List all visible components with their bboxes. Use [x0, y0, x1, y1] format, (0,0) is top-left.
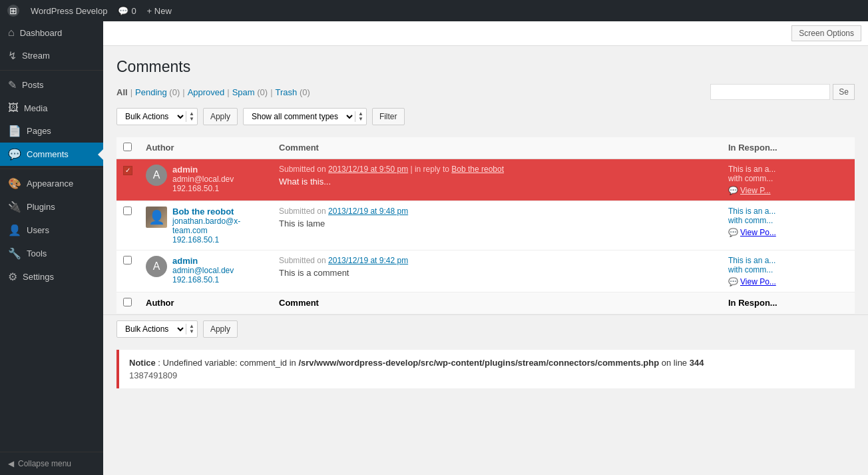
sidebar-divider-2	[0, 169, 103, 169]
comment-date-c2[interactable]: 2013/12/19 at 9:48 pm	[328, 207, 408, 216]
author-ip-c2[interactable]: 192.168.50.1	[172, 235, 266, 244]
site-name[interactable]: WordPress Develop	[31, 6, 107, 16]
comment-type-select[interactable]: Show all comment types	[244, 109, 355, 125]
users-icon: 👤	[8, 224, 21, 237]
pages-icon: 📄	[8, 125, 21, 137]
apply-button-top[interactable]: Apply	[203, 108, 238, 125]
filter-pending[interactable]: Pending (0)	[135, 87, 180, 97]
table-row: ✓ A admin admin@local.dev 192.168.50	[116, 159, 855, 201]
comment-date-c3[interactable]: 2013/12/19 at 9:42 pm	[328, 256, 408, 265]
col-footer-author: Author	[139, 292, 272, 314]
author-name-c1[interactable]: admin	[172, 165, 234, 175]
sidebar-label-comments: Comments	[27, 149, 69, 159]
sidebar-item-stream[interactable]: ↯ Stream	[0, 44, 103, 67]
bulk-actions-select-bottom[interactable]: Bulk Actions	[117, 321, 186, 337]
response-text-c2: This is an a...with comm...	[728, 207, 848, 225]
filter-approved[interactable]: Approved	[188, 87, 225, 97]
view-post-link-c3[interactable]: View Po...	[740, 277, 776, 286]
author-name-c2[interactable]: Bob the reobot	[172, 207, 266, 217]
author-details-c1: admin admin@local.dev 192.168.50.1	[172, 165, 234, 193]
sidebar-item-comments[interactable]: 💬 Comments	[0, 143, 103, 166]
select-all-checkbox[interactable]	[123, 143, 132, 151]
row-checkbox-c3[interactable]	[123, 256, 132, 264]
author-email-c1[interactable]: admin@local.dev	[172, 175, 234, 184]
filter-button[interactable]: Filter	[372, 108, 405, 125]
sep-4: |	[270, 87, 272, 97]
response-cell-c2: This is an a...with comm... 💬 View Po...	[722, 201, 855, 250]
comment-cell-c3: Submitted on 2013/12/19 at 9:42 pm This …	[272, 250, 722, 292]
spam-checkbox[interactable]: ✓	[123, 166, 132, 175]
media-icon: 🖼	[8, 102, 19, 114]
sidebar-label-plugins: Plugins	[27, 202, 55, 212]
comment-text-c2: This is lame	[279, 219, 715, 229]
bulk-actions-wrapper-bottom: Bulk Actions ▲ ▼	[116, 320, 198, 338]
sidebar: ⌂ Dashboard ↯ Stream ✎ Posts 🖼 Media 📄 P…	[0, 21, 103, 475]
comment-type-wrapper: Show all comment types ▲ ▼	[243, 108, 367, 125]
sidebar-item-dashboard[interactable]: ⌂ Dashboard	[0, 21, 103, 44]
notice-timestamp: 1387491809	[129, 370, 845, 380]
sidebar-item-posts[interactable]: ✎ Posts	[0, 73, 103, 97]
sep-1: |	[130, 87, 132, 97]
view-post-c1: 💬 View P...	[728, 186, 848, 195]
apply-button-bottom[interactable]: Apply	[203, 320, 238, 338]
new-item-bar[interactable]: + New	[147, 6, 172, 16]
collapse-menu[interactable]: ◀ Collapse menu	[0, 452, 103, 475]
wp-logo[interactable]: ⊞	[7, 4, 20, 17]
bottom-toolbar: Bulk Actions ▲ ▼ Apply	[103, 314, 868, 343]
comment-date-c1[interactable]: 2013/12/19 at 9:50 pm	[328, 165, 408, 174]
sidebar-label-media: Media	[24, 103, 47, 113]
table-row: A admin admin@local.dev 192.168.50.1	[116, 250, 855, 292]
author-name-c3[interactable]: admin	[172, 256, 234, 266]
filter-trash[interactable]: Trash (0)	[276, 87, 310, 97]
comment-meta-c2: Submitted on 2013/12/19 at 9:48 pm	[279, 207, 715, 216]
sub-nav: All | Pending (0) | Approved | Spam (0) …	[116, 84, 855, 100]
avatar-c2: 👤	[146, 207, 167, 228]
comment-type-arrows[interactable]: ▲ ▼	[355, 111, 366, 122]
sep-3: |	[227, 87, 229, 97]
view-post-link-c2[interactable]: View Po...	[740, 228, 776, 237]
view-post-c3: 💬 View Po...	[728, 277, 848, 286]
collapse-icon: ◀	[8, 459, 14, 468]
search-input[interactable]	[710, 84, 830, 100]
author-ip-c1[interactable]: 192.168.50.1	[172, 184, 234, 193]
view-post-c2: 💬 View Po...	[728, 228, 848, 237]
col-header-response: In Respon...	[722, 137, 855, 159]
sidebar-label-pages: Pages	[27, 126, 51, 136]
select-all-footer-checkbox[interactable]	[123, 298, 132, 306]
top-toolbar: Bulk Actions ▲ ▼ Apply Show all comment …	[116, 108, 855, 125]
filter-spam[interactable]: Spam (0)	[232, 87, 268, 97]
sidebar-item-plugins[interactable]: 🔌 Plugins	[0, 195, 103, 219]
author-cell-c3: A admin admin@local.dev 192.168.50.1	[139, 250, 272, 292]
avatar-c3: A	[146, 256, 167, 277]
author-email-c2[interactable]: jonathan.bardo@x-team.com	[172, 217, 266, 235]
plugins-icon: 🔌	[8, 201, 21, 213]
comment-text-c3: This is a comment	[279, 268, 715, 278]
comment-cell-c2: Submitted on 2013/12/19 at 9:48 pm This …	[272, 201, 722, 250]
view-post-link-c1[interactable]: View P...	[740, 186, 771, 195]
filter-all[interactable]: All	[116, 87, 128, 97]
bulk-select-arrows-top[interactable]: ▲ ▼	[186, 111, 197, 122]
sep-2: |	[182, 87, 184, 97]
page-title: Comments	[116, 58, 855, 76]
author-cell-c1: A admin admin@local.dev 192.168.50.1	[139, 159, 272, 201]
sidebar-item-users[interactable]: 👤 Users	[0, 219, 103, 242]
view-post-icon-c2: 💬	[728, 228, 738, 237]
col-footer-response: In Respon...	[722, 292, 855, 314]
sidebar-item-tools[interactable]: 🔧 Tools	[0, 242, 103, 265]
comments-icon-bar[interactable]: 💬 0	[118, 6, 136, 16]
search-button[interactable]: Se	[833, 84, 855, 100]
notice-box: Notice : Undefined variable: comment_id …	[116, 350, 855, 388]
author-email-c3[interactable]: admin@local.dev	[172, 266, 234, 275]
notice-message: : Undefined variable: comment_id in	[158, 358, 296, 368]
bulk-select-arrows-bottom[interactable]: ▲ ▼	[186, 324, 197, 334]
sidebar-item-media[interactable]: 🖼 Media	[0, 97, 103, 119]
bulk-actions-select-top[interactable]: Bulk Actions	[117, 109, 186, 125]
row-checkbox-c2[interactable]	[123, 207, 132, 215]
sidebar-item-settings[interactable]: ⚙ Settings	[0, 265, 103, 288]
author-ip-c3[interactable]: 192.168.50.1	[172, 275, 234, 284]
row-cb-c3	[116, 250, 139, 292]
sidebar-item-appearance[interactable]: 🎨 Appearance	[0, 172, 103, 195]
reply-link-c1[interactable]: Bob the reobot	[451, 165, 504, 174]
sidebar-item-pages[interactable]: 📄 Pages	[0, 119, 103, 143]
screen-options-button[interactable]: Screen Options	[791, 25, 861, 41]
